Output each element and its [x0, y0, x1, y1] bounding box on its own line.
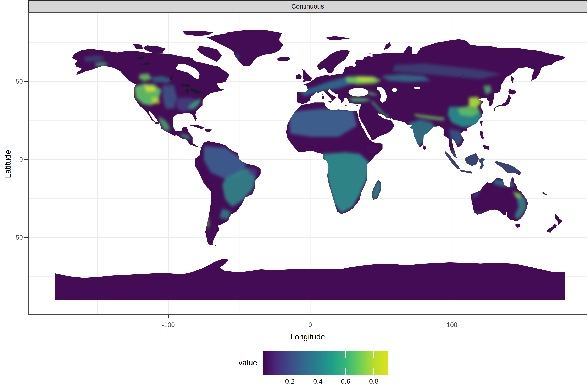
legend-tick-bottom [373, 368, 374, 375]
x-axis-tick-label: -100 [152, 321, 185, 329]
world-raster-map [55, 29, 565, 300]
y-axis-title: Latitude [3, 81, 12, 247]
y-axis-tick [24, 81, 28, 82]
legend-tick-bottom [318, 368, 318, 375]
legend-tick-label: 0.8 [361, 378, 386, 385]
legend-tick-label: 0.2 [277, 378, 302, 385]
legend-tick-bottom [345, 368, 346, 375]
legend-tick-top [345, 351, 346, 358]
legend-tick-top [290, 351, 290, 358]
figure: Continuous [0, 0, 588, 392]
legend-tick-bottom [290, 368, 290, 375]
landmass-base [55, 30, 565, 300]
x-axis-tick-label: 0 [294, 321, 327, 329]
legend-tick-label: 0.4 [305, 378, 330, 385]
y-axis-tick [24, 238, 28, 238]
legend-tick-label: 0.6 [333, 378, 358, 385]
legend-title: value [195, 358, 257, 367]
legend-tick-top [318, 351, 318, 358]
plot-panel [28, 12, 587, 314]
facet-strip-title: Continuous [292, 3, 324, 10]
x-axis-tick-label: 100 [435, 321, 469, 329]
legend-colorbar [263, 351, 388, 375]
facet-strip: Continuous [28, 0, 587, 12]
x-axis-tick [310, 314, 310, 318]
y-axis-tick [24, 159, 28, 160]
x-axis-tick [168, 314, 169, 318]
x-axis-tick [452, 314, 452, 318]
legend-tick-top [373, 351, 374, 358]
x-axis-title: Longitude [28, 332, 587, 341]
